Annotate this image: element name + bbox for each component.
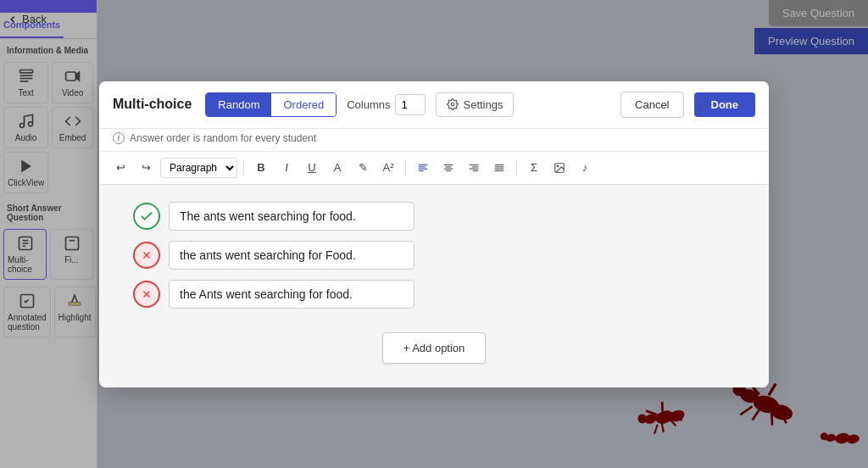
- modal-title: Multi-choice: [113, 97, 192, 112]
- modal-header: Multi-choice Random Ordered Columns Sett…: [99, 81, 769, 129]
- settings-button[interactable]: Settings: [436, 92, 514, 117]
- font-size-button[interactable]: A²: [377, 157, 399, 179]
- svg-rect-48: [444, 168, 453, 169]
- toolbar-divider-1: [243, 160, 244, 176]
- toolbar-divider-2: [405, 160, 406, 176]
- add-option-button[interactable]: + Add option: [382, 332, 487, 364]
- align-right-button[interactable]: [463, 157, 485, 179]
- svg-rect-53: [473, 170, 478, 170]
- modal-body: + Add option: [99, 185, 769, 387]
- svg-rect-47: [446, 166, 452, 167]
- italic-button[interactable]: I: [275, 157, 298, 179]
- columns-input[interactable]: [395, 94, 426, 115]
- svg-rect-43: [419, 166, 426, 167]
- svg-rect-54: [495, 164, 504, 164]
- modal-overlay: Multi-choice Random Ordered Columns Sett…: [0, 0, 868, 468]
- underline-button[interactable]: U: [301, 157, 323, 179]
- paragraph-select[interactable]: Paragraph: [160, 158, 237, 178]
- justify-button[interactable]: [488, 157, 510, 179]
- svg-rect-45: [419, 170, 424, 170]
- columns-group: Columns: [347, 94, 426, 115]
- svg-rect-49: [446, 170, 451, 170]
- check-icon: [139, 209, 154, 224]
- svg-rect-52: [470, 168, 479, 169]
- align-left-icon: [417, 162, 429, 174]
- answer-input-1[interactable]: [169, 202, 415, 231]
- svg-point-59: [557, 165, 559, 167]
- svg-rect-55: [495, 166, 504, 167]
- correct-icon-1[interactable]: [133, 203, 160, 230]
- svg-rect-44: [419, 168, 428, 169]
- modal-subheader: i Answer order is random for every stude…: [99, 129, 769, 152]
- multi-choice-modal: Multi-choice Random Ordered Columns Sett…: [99, 81, 769, 387]
- music-button[interactable]: ♪: [574, 157, 596, 179]
- ordered-toggle-button[interactable]: Ordered: [271, 93, 336, 116]
- gear-icon: [447, 98, 459, 110]
- done-button[interactable]: Done: [694, 92, 756, 117]
- sigma-button[interactable]: Σ: [523, 157, 545, 179]
- subheader-text: Answer order is random for every student: [130, 132, 316, 144]
- image-button[interactable]: [548, 157, 570, 179]
- svg-rect-51: [472, 166, 479, 167]
- align-right-icon: [468, 162, 480, 174]
- align-left-button[interactable]: [412, 157, 434, 179]
- svg-rect-57: [495, 170, 504, 170]
- answer-option-1: [133, 202, 735, 231]
- add-option-container: + Add option: [133, 319, 735, 370]
- info-icon: i: [113, 132, 125, 144]
- answer-option-2: [133, 241, 735, 270]
- svg-point-41: [452, 103, 455, 106]
- align-center-icon: [442, 162, 454, 174]
- answer-option-3: [133, 280, 735, 309]
- align-center-button[interactable]: [437, 157, 459, 179]
- answer-input-2[interactable]: [169, 241, 415, 270]
- incorrect-icon-3[interactable]: [133, 281, 160, 308]
- bold-button[interactable]: B: [250, 157, 272, 179]
- x-icon-2: [141, 249, 153, 261]
- redo-button[interactable]: ↪: [135, 157, 157, 179]
- image-icon: [554, 162, 565, 174]
- incorrect-icon-2[interactable]: [133, 242, 160, 269]
- answer-input-3[interactable]: [169, 280, 415, 309]
- x-icon-3: [141, 288, 153, 300]
- columns-label: Columns: [347, 98, 390, 111]
- editor-toolbar: ↩ ↪ Paragraph B I U A ✎ A²: [99, 152, 769, 185]
- undo-button[interactable]: ↩: [109, 157, 131, 179]
- highlight-button[interactable]: ✎: [352, 157, 374, 179]
- svg-rect-46: [444, 164, 453, 164]
- text-color-button[interactable]: A: [326, 157, 348, 179]
- justify-icon: [493, 162, 505, 174]
- toolbar-divider-3: [516, 160, 517, 176]
- toggle-group: Random Ordered: [205, 92, 337, 117]
- settings-label: Settings: [463, 98, 503, 111]
- svg-rect-42: [419, 164, 428, 164]
- random-toggle-button[interactable]: Random: [206, 93, 271, 116]
- cancel-button[interactable]: Cancel: [620, 92, 683, 118]
- svg-rect-56: [495, 168, 504, 169]
- svg-rect-50: [470, 164, 479, 164]
